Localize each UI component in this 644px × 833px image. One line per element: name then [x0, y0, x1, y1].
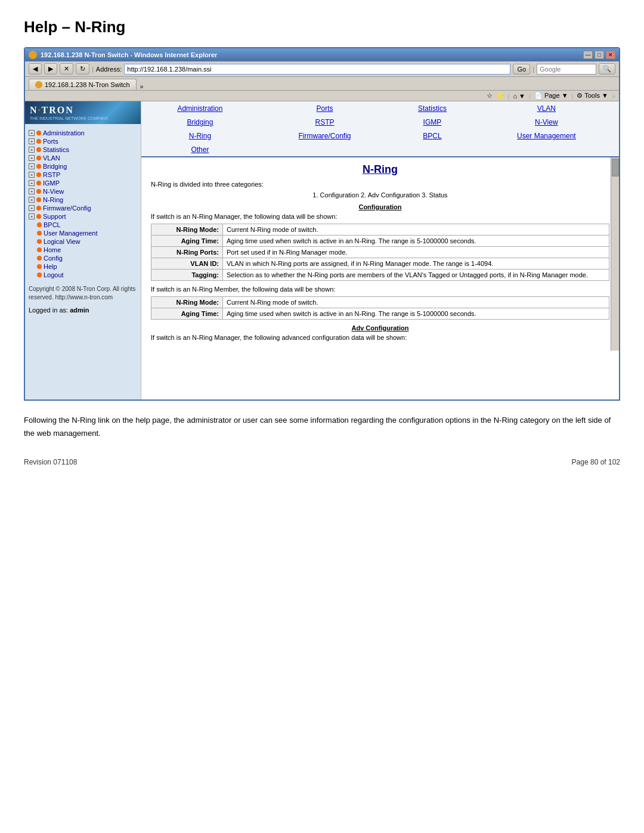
- sidebar-item-administration[interactable]: + Administration: [29, 129, 137, 137]
- sidebar: N·TRON THE INDUSTRIAL NETWORK COMPANY + …: [25, 101, 141, 400]
- search-input[interactable]: [537, 64, 596, 75]
- stop-button[interactable]: ✕: [60, 63, 73, 75]
- sidebar-item-config[interactable]: Config: [29, 254, 137, 262]
- footer-page: Page 80 of 102: [572, 458, 620, 466]
- favorites-star[interactable]: ☆: [487, 92, 493, 100]
- nav-link-other[interactable]: Other: [191, 145, 209, 154]
- nav-link-firmware[interactable]: Firmware/Config: [299, 132, 351, 140]
- table-row: N-Ring Mode: Current N-Ring mode of swit…: [151, 297, 609, 308]
- table-cell-value: Selection as to whether the N-Ring ports…: [223, 270, 609, 281]
- address-bar[interactable]: [124, 64, 510, 75]
- sidebar-item-logout[interactable]: Logout: [29, 271, 137, 279]
- scrollbar[interactable]: [611, 157, 619, 351]
- toolbar-separator2: |: [532, 66, 534, 73]
- nav-link-rstp[interactable]: RSTP: [315, 118, 335, 126]
- nav-link-bpcl[interactable]: BPCL: [423, 132, 441, 140]
- sidebar-item-help[interactable]: Help: [29, 262, 137, 271]
- sidebar-item-usermgmt[interactable]: User Management: [29, 229, 137, 237]
- content-intro: N-Ring is divided into three categories:: [151, 181, 609, 188]
- expander-icon: +: [29, 180, 35, 186]
- home-button[interactable]: ⌂ ▼: [513, 92, 525, 100]
- nav-label: Ports: [43, 138, 58, 145]
- nav-label: User Management: [44, 230, 98, 237]
- sidebar-item-firmware[interactable]: + Firmware/Config: [29, 204, 137, 212]
- expander-icon: +: [29, 147, 35, 153]
- sidebar-item-igmp[interactable]: + IGMP: [29, 179, 137, 187]
- sidebar-item-bpcl[interactable]: BPCL: [29, 221, 137, 229]
- nav-bullet: [37, 264, 42, 269]
- member-intro: If switch is an N-Ring Member, the follo…: [151, 286, 609, 293]
- nav-label: Administration: [43, 129, 85, 137]
- nav-label: Statistics: [43, 146, 69, 153]
- favorites-star2[interactable]: ⭐: [496, 92, 504, 100]
- nav-menu-table: Administration Ports Statistics VLAN Bri…: [141, 101, 619, 157]
- table-cell-label: Tagging:: [151, 270, 223, 281]
- nav-link-nview[interactable]: N-View: [535, 118, 558, 126]
- nav-link-usermgmt[interactable]: User Management: [517, 132, 576, 140]
- sidebar-item-home[interactable]: Home: [29, 246, 137, 254]
- section-adv-heading: Adv Configuration: [151, 324, 609, 332]
- table-row: Aging Time: Aging time used when switch …: [151, 308, 609, 320]
- scrollbar-thumb[interactable]: [612, 159, 619, 176]
- forward-button[interactable]: ▶: [44, 63, 57, 75]
- tab-favicon: [35, 81, 42, 88]
- nav-bullet: [37, 239, 42, 244]
- sidebar-item-ports[interactable]: + Ports: [29, 137, 137, 145]
- sidebar-item-bridging[interactable]: + Bridging: [29, 162, 137, 171]
- nav-link-vlan[interactable]: VLAN: [537, 104, 556, 113]
- close-button[interactable]: ✕: [606, 51, 615, 59]
- sidebar-item-support[interactable]: + Support: [29, 212, 137, 221]
- page-button[interactable]: 📄 Page ▼: [534, 92, 568, 100]
- nav-label: Config: [44, 255, 63, 262]
- adv-intro: If switch is an N-Ring Manager, the foll…: [151, 334, 609, 341]
- content-wrapper: N-Ring N-Ring is divided into three cate…: [141, 157, 619, 351]
- nav-label: Bridging: [43, 163, 67, 170]
- expander-icon: +: [29, 155, 35, 161]
- section-configuration-heading: Configuration: [151, 203, 609, 210]
- browser-title: 192.168.1.238 N-Tron Switch - Windows In…: [41, 51, 217, 58]
- nav-bullet: [36, 214, 41, 219]
- nav-link-igmp[interactable]: IGMP: [423, 118, 442, 126]
- content-categories: 1. Configuration 2. Adv Configuration 3.…: [151, 191, 609, 199]
- nav-bullet: [37, 256, 42, 261]
- maximize-button[interactable]: □: [595, 51, 604, 59]
- main-panel: Administration Ports Statistics VLAN Bri…: [141, 101, 619, 400]
- table-row: N-Ring Mode: Current N-Ring mode of swit…: [151, 224, 609, 236]
- toolbar-separator: |: [92, 66, 94, 73]
- search-button[interactable]: 🔍: [599, 63, 615, 75]
- table-row: Tagging: Selection as to whether the N-R…: [151, 270, 609, 281]
- nav-link-bridging[interactable]: Bridging: [187, 118, 213, 126]
- sidebar-item-nview[interactable]: + N-View: [29, 187, 137, 196]
- nav-label: N-View: [43, 188, 64, 195]
- new-tab-button[interactable]: »: [138, 83, 144, 90]
- manager-intro: If switch is an N-Ring Manager, the foll…: [151, 213, 609, 220]
- content-area[interactable]: N-Ring N-Ring is divided into three cate…: [141, 157, 619, 351]
- go-button[interactable]: Go: [513, 64, 530, 75]
- browser-tab[interactable]: 192.168.1.238 N-Tron Switch: [29, 79, 137, 90]
- page-title: Help – N-Ring: [24, 18, 620, 36]
- expander-icon: +: [29, 205, 35, 211]
- back-button[interactable]: ◀: [29, 63, 42, 75]
- ntron-logo: N·TRON: [30, 105, 109, 116]
- sidebar-item-logicalview[interactable]: Logical View: [29, 237, 137, 246]
- sidebar-item-nring[interactable]: + N-Ring: [29, 196, 137, 204]
- nav-label: Home: [44, 246, 61, 253]
- page-footer: Revision 071108 Page 80 of 102: [24, 458, 620, 466]
- nav-link-ports[interactable]: Ports: [317, 104, 333, 113]
- expander-icon: +: [29, 138, 35, 144]
- ntron-subtitle: THE INDUSTRIAL NETWORK COMPANY: [30, 116, 109, 120]
- nav-bullet: [36, 164, 41, 169]
- sidebar-item-vlan[interactable]: + VLAN: [29, 154, 137, 162]
- sidebar-item-statistics[interactable]: + Statistics: [29, 145, 137, 154]
- refresh-button[interactable]: ↻: [76, 63, 89, 75]
- tools-button[interactable]: ⚙ Tools ▼: [577, 92, 608, 100]
- nav-link-administration[interactable]: Administration: [177, 104, 222, 113]
- address-label: Address:: [96, 66, 122, 73]
- sidebar-header: N·TRON THE INDUSTRIAL NETWORK COMPANY: [25, 101, 141, 124]
- minimize-button[interactable]: —: [583, 51, 593, 59]
- sidebar-item-rstp[interactable]: + RSTP: [29, 171, 137, 179]
- nav-label: BPCL: [44, 221, 61, 228]
- nav-link-nring[interactable]: N-Ring: [189, 132, 211, 140]
- nav-bullet: [36, 172, 41, 177]
- nav-link-statistics[interactable]: Statistics: [418, 104, 447, 113]
